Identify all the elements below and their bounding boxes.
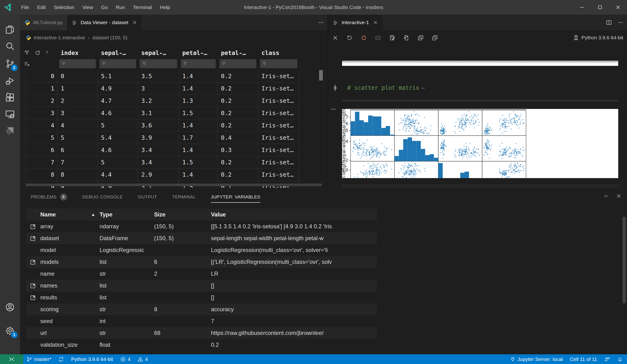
table-row[interactable]: 4453.61.40.2Iris-set… bbox=[26, 119, 299, 132]
variables-x-icon[interactable]: (x) bbox=[375, 35, 381, 41]
export-script-icon[interactable] bbox=[403, 35, 410, 41]
open-in-data-viewer-icon[interactable] bbox=[29, 294, 37, 301]
activity-item-source-control[interactable]: 2 bbox=[0, 55, 20, 72]
open-in-data-viewer-icon[interactable] bbox=[29, 258, 37, 266]
breadcrumb-segment[interactable]: Interactive-1.interactive bbox=[34, 35, 85, 41]
variable-row-names[interactable]: nameslist[] bbox=[26, 280, 377, 292]
col-header-size[interactable]: Size bbox=[154, 209, 209, 221]
status-4[interactable]: 4 bbox=[138, 357, 148, 362]
restart-icon[interactable] bbox=[346, 35, 353, 41]
variable-row-dataset[interactable]: datasetDataFrame(150, 5)sepal-length sep… bbox=[26, 232, 377, 244]
stop-icon[interactable] bbox=[361, 35, 367, 41]
column-header-1[interactable]: sepal-… bbox=[101, 48, 138, 58]
col-header-value[interactable]: Value bbox=[211, 209, 374, 221]
more-actions-icon[interactable] bbox=[618, 19, 624, 26]
col-header-name[interactable]: Name bbox=[40, 209, 97, 221]
panel-tab-debug-console[interactable]: DEBUG CONSOLE bbox=[82, 191, 123, 203]
panel-tab-terminal[interactable]: TERMINAL bbox=[172, 191, 196, 203]
status-sync[interactable] bbox=[58, 357, 64, 362]
column-header-4[interactable]: petal-… bbox=[221, 48, 258, 58]
table-row[interactable]: 664.63.41.40.3Iris-set… bbox=[26, 144, 299, 156]
vertical-scrollbar[interactable] bbox=[319, 70, 323, 81]
filter-input[interactable] bbox=[260, 59, 297, 68]
code-input[interactable]: Type code here and press Shift+Enter to … bbox=[342, 185, 619, 188]
table-row[interactable]: 7753.41.50.2Iris-set… bbox=[26, 156, 299, 169]
status-bell[interactable] bbox=[617, 357, 623, 362]
activity-item-remote-explorer[interactable] bbox=[0, 106, 20, 122]
close-tab-icon[interactable] bbox=[373, 20, 378, 25]
refresh-icon[interactable] bbox=[35, 50, 41, 56]
close-tab-icon[interactable] bbox=[132, 20, 137, 25]
tab-data-viewer-dataset[interactable]: Data Viewer - dataset bbox=[67, 15, 142, 30]
more-actions-icon[interactable] bbox=[318, 19, 324, 26]
status-master[interactable]: master* bbox=[27, 357, 51, 362]
filter-icon[interactable] bbox=[24, 50, 30, 56]
table-row[interactable]: 005.13.51.40.2Iris-set… bbox=[26, 70, 299, 82]
python-env-indicator[interactable]: Python 3.9.6 64-bit bbox=[573, 30, 623, 45]
menu-terminal[interactable]: Terminal bbox=[129, 0, 156, 15]
open-in-data-viewer-icon[interactable] bbox=[29, 282, 37, 289]
horizontal-scrollbar[interactable] bbox=[26, 183, 322, 186]
filter-input[interactable] bbox=[100, 59, 136, 68]
activity-item-custom-triangle[interactable] bbox=[0, 122, 20, 139]
tab-mltutorial-py[interactable]: MLTutorial.py bbox=[20, 15, 67, 30]
activity-item-files[interactable] bbox=[0, 21, 20, 38]
menu-edit[interactable]: Edit bbox=[33, 0, 50, 15]
filter-input[interactable] bbox=[59, 59, 96, 68]
status-jupyter-server-local[interactable]: Jupyter Server: local bbox=[510, 357, 563, 362]
variable-row-scoring[interactable]: scoringstr8accuracy bbox=[26, 303, 377, 315]
variable-row-validation_size[interactable]: validation_sizefloat0.2 bbox=[26, 339, 377, 351]
export-notebook-icon[interactable] bbox=[389, 35, 395, 41]
table-row[interactable]: 224.73.21.30.2Iris-set… bbox=[26, 95, 299, 107]
variable-row-name[interactable]: namestr2LR bbox=[26, 268, 377, 280]
close-panel-icon[interactable] bbox=[616, 193, 622, 199]
maximize-panel-icon[interactable] bbox=[603, 193, 609, 199]
activity-item-extensions[interactable] bbox=[0, 89, 20, 106]
close-icon[interactable] bbox=[332, 35, 339, 41]
open-in-data-viewer-icon[interactable] bbox=[29, 234, 37, 242]
collapse-all-icon[interactable] bbox=[432, 35, 438, 41]
minimize-button[interactable] bbox=[573, 0, 591, 15]
sort-arrow-icon[interactable] bbox=[45, 50, 49, 55]
variable-row-url[interactable]: urlstr68https://raw.githubusercontent.co… bbox=[26, 327, 377, 339]
menu-file[interactable]: File bbox=[17, 0, 33, 15]
remote-indicator[interactable] bbox=[0, 354, 23, 364]
menu-selection[interactable]: Selection bbox=[50, 0, 78, 15]
panel-scrollbar[interactable] bbox=[623, 217, 626, 303]
collapsed-code-indicator[interactable]: ⋯ bbox=[421, 85, 424, 91]
table-row[interactable]: 884.42.91.40.2Iris-set… bbox=[26, 169, 299, 181]
activity-item-search[interactable] bbox=[0, 38, 20, 54]
tab-interactive-1[interactable]: Interactive-1 bbox=[328, 15, 383, 30]
filter-input[interactable] bbox=[140, 59, 177, 68]
filter-input[interactable] bbox=[181, 59, 216, 68]
menu-view[interactable]: View bbox=[78, 0, 97, 15]
drag-handle-icon[interactable] bbox=[332, 83, 339, 93]
breadcrumb-segment[interactable]: dataset (150, 5) bbox=[93, 35, 127, 41]
panel-tab-output[interactable]: OUTPUT bbox=[138, 191, 157, 203]
menu-run[interactable]: Run bbox=[112, 0, 129, 15]
expand-all-icon[interactable] bbox=[418, 35, 424, 41]
clear-filters-icon[interactable] bbox=[24, 61, 30, 67]
menu-help[interactable]: Help bbox=[156, 0, 174, 15]
menu-go[interactable]: Go bbox=[97, 0, 112, 15]
panel-tab-problems[interactable]: PROBLEMS8 bbox=[31, 191, 67, 203]
variable-row-model[interactable]: modelLogisticRegressicLogisticRegression… bbox=[26, 244, 377, 256]
variable-row-seed[interactable]: seedint7 bbox=[26, 315, 377, 327]
status-cell-11-of-11[interactable]: Cell 11 of 11 bbox=[570, 357, 597, 362]
activity-item-run-debug[interactable] bbox=[0, 73, 20, 89]
split-editor-icon[interactable] bbox=[606, 19, 612, 26]
open-in-data-viewer-icon[interactable] bbox=[29, 223, 37, 230]
maximize-button[interactable] bbox=[591, 0, 609, 15]
panel-tab-jupyter-variables[interactable]: JUPYTER: VARIABLES bbox=[211, 191, 261, 203]
variable-row-array[interactable]: arrayndarray(150, 5)[[5.1 3.5 1.4 0.2 'I… bbox=[26, 221, 377, 232]
status-python-3-9-6-64-bit[interactable]: Python 3.9.6 64-bit bbox=[71, 357, 113, 362]
table-row[interactable]: 555.43.91.70.4Iris-set… bbox=[26, 132, 299, 144]
column-header-5[interactable]: class bbox=[261, 48, 299, 58]
column-header-2[interactable]: sepal-… bbox=[141, 48, 179, 58]
activity-item-account[interactable] bbox=[0, 299, 20, 316]
column-header-0[interactable]: index bbox=[61, 48, 98, 58]
close-window-button[interactable] bbox=[609, 0, 627, 15]
table-row[interactable]: 334.63.11.50.2Iris-set… bbox=[26, 107, 299, 119]
variable-row-results[interactable]: resultslist[] bbox=[26, 292, 377, 303]
filter-input[interactable] bbox=[219, 59, 256, 68]
